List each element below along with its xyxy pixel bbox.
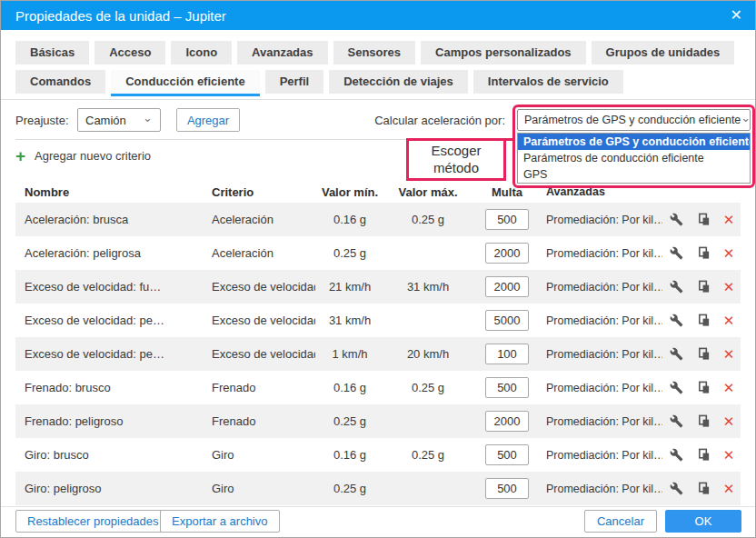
tab-basicas[interactable]: Básicas	[15, 41, 89, 65]
penalty-input[interactable]	[485, 444, 529, 465]
copy-icon	[697, 246, 711, 260]
criterion-row: Frenado: peligrosoFrenado0.25 gPromediac…	[15, 404, 741, 438]
ok-button[interactable]: OK	[665, 510, 741, 533]
tab-perfil[interactable]: Perfil	[265, 70, 324, 94]
tabs-divider	[1, 99, 755, 100]
criteria-table: Nombre Criterio Valor mín. Valor máx. Mu…	[15, 181, 741, 505]
criterion-name: Frenado: peligroso	[15, 414, 208, 428]
header-nombre: Nombre	[15, 185, 208, 199]
tab-row-1: BásicasAccesoIconoAvanzadasSensoresCampo…	[15, 41, 741, 65]
callout-text-line2: método	[433, 160, 479, 177]
preset-select-value: Camión	[85, 114, 126, 127]
copy-criterion-button[interactable]	[690, 280, 717, 294]
preset-select[interactable]: Camión ⌄	[77, 108, 161, 132]
tab-campos-personalizados[interactable]: Campos personalizados	[421, 41, 586, 65]
penalty-input[interactable]	[485, 344, 529, 364]
dialog-titlebar: Propiedades de la unidad – Jupiter ✕	[1, 1, 755, 30]
tab-acceso[interactable]: Acceso	[94, 41, 165, 65]
tab-icono[interactable]: Icono	[171, 41, 232, 65]
delete-criterion-button[interactable]: ✕	[717, 314, 741, 327]
criterion-row: Aceleración: peligrosaAceleración0.25 gP…	[15, 236, 741, 270]
cancel-button[interactable]: Cancelar	[584, 510, 657, 533]
penalty-input[interactable]	[485, 377, 529, 398]
accel-method-option[interactable]: Parámetros de conducción eficiente	[518, 150, 750, 166]
acceleration-method-option-list: Parámetros de GPS y conducción eficiente…	[517, 133, 751, 184]
accel-method-option[interactable]: GPS	[518, 166, 750, 183]
penalty-input[interactable]	[485, 478, 529, 499]
wrench-icon	[670, 314, 683, 327]
edit-criterion-button[interactable]	[662, 213, 690, 226]
delete-icon: ✕	[723, 213, 735, 226]
advanced-summary: Promediación: Por kil…	[542, 314, 662, 327]
add-new-criterion-link[interactable]: + Agregar nuevo criterio	[15, 147, 151, 164]
delete-criterion-button[interactable]: ✕	[717, 414, 741, 428]
delete-icon: ✕	[723, 280, 735, 294]
criterion-type: Giro	[208, 448, 315, 462]
tab-grupos-de-unidades[interactable]: Grupos de unidades	[592, 41, 735, 65]
dialog-title: Propiedades de la unidad – Jupiter	[15, 8, 226, 24]
penalty-input[interactable]	[485, 411, 529, 432]
penalty-cell	[472, 411, 542, 432]
edit-criterion-button[interactable]	[662, 314, 690, 327]
delete-icon: ✕	[723, 448, 735, 462]
min-value: 0.16 g	[315, 448, 384, 462]
close-icon[interactable]: ✕	[731, 8, 742, 23]
penalty-input[interactable]	[485, 276, 529, 297]
max-value: 31 km/h	[384, 280, 472, 294]
copy-criterion-button[interactable]	[690, 314, 717, 327]
criterion-row: Frenado: bruscoFrenado0.16 g0.25 gPromed…	[15, 371, 741, 404]
delete-criterion-button[interactable]: ✕	[717, 213, 741, 226]
tab-conduccion-eficiente[interactable]: Conducción eficiente	[111, 70, 259, 96]
wrench-icon	[670, 347, 683, 361]
min-value: 31 km/h	[315, 314, 384, 327]
reset-properties-button[interactable]: Restablecer propiedades	[15, 510, 171, 533]
accel-method-option[interactable]: Parámetros de GPS y conducción eficiente	[518, 134, 750, 150]
delete-criterion-button[interactable]: ✕	[717, 280, 741, 294]
tab-comandos[interactable]: Comandos	[15, 70, 105, 94]
copy-criterion-button[interactable]	[690, 246, 717, 260]
edit-criterion-button[interactable]	[662, 347, 690, 361]
penalty-input[interactable]	[485, 243, 529, 264]
copy-criterion-button[interactable]	[690, 347, 717, 361]
tab-sensores[interactable]: Sensores	[333, 41, 416, 65]
edit-criterion-button[interactable]	[662, 482, 690, 495]
max-value: 0.25 g	[384, 381, 472, 394]
delete-icon: ✕	[723, 414, 735, 428]
delete-criterion-button[interactable]: ✕	[717, 246, 741, 260]
criterion-name: Aceleración: brusca	[15, 213, 208, 226]
unit-properties-dialog: Propiedades de la unidad – Jupiter ✕ Bás…	[0, 0, 756, 538]
criterion-row: Giro: bruscoGiro0.16 g0.25 gPromediación…	[15, 438, 741, 472]
export-to-file-button[interactable]: Exportar a archivo	[160, 510, 280, 533]
advanced-summary: Promediación: Por kil…	[542, 247, 662, 260]
penalty-cell	[472, 478, 542, 499]
copy-criterion-button[interactable]	[690, 482, 717, 495]
tab-deteccion-de-viajes[interactable]: Detección de viajes	[329, 70, 468, 94]
max-value: 0.25 g	[384, 448, 472, 462]
edit-criterion-button[interactable]	[662, 414, 690, 428]
tab-intervalos-de-servicio[interactable]: Intervalos de servicio	[473, 70, 623, 94]
wrench-icon	[670, 414, 683, 428]
min-value: 21 km/h	[315, 280, 384, 294]
delete-criterion-button[interactable]: ✕	[717, 381, 741, 394]
acceleration-method-select[interactable]: Parámetros de GPS y conducción eficiente…	[517, 109, 751, 131]
edit-criterion-button[interactable]	[662, 280, 690, 294]
delete-criterion-button[interactable]: ✕	[717, 347, 741, 361]
callout-text-line1: Escoger	[431, 143, 481, 160]
tab-avanzadas[interactable]: Avanzadas	[237, 41, 327, 65]
copy-criterion-button[interactable]	[690, 448, 717, 462]
penalty-input[interactable]	[485, 209, 529, 230]
delete-criterion-button[interactable]: ✕	[717, 448, 741, 462]
add-preset-button[interactable]: Agregar	[176, 108, 240, 132]
copy-criterion-button[interactable]	[690, 414, 717, 428]
criterion-row: Exceso de velocidad: pe…Exceso de veloci…	[15, 304, 741, 337]
chevron-down-icon: ⌄	[741, 112, 751, 124]
copy-criterion-button[interactable]	[690, 213, 717, 226]
delete-criterion-button[interactable]: ✕	[717, 482, 741, 495]
tab-row-2: ComandosConducción eficientePerfilDetecc…	[15, 70, 741, 96]
advanced-summary: Promediación: Por kil…	[542, 449, 662, 462]
penalty-input[interactable]	[485, 310, 529, 331]
edit-criterion-button[interactable]	[662, 448, 690, 462]
edit-criterion-button[interactable]	[662, 246, 690, 260]
copy-criterion-button[interactable]	[690, 381, 717, 394]
edit-criterion-button[interactable]	[662, 381, 690, 394]
